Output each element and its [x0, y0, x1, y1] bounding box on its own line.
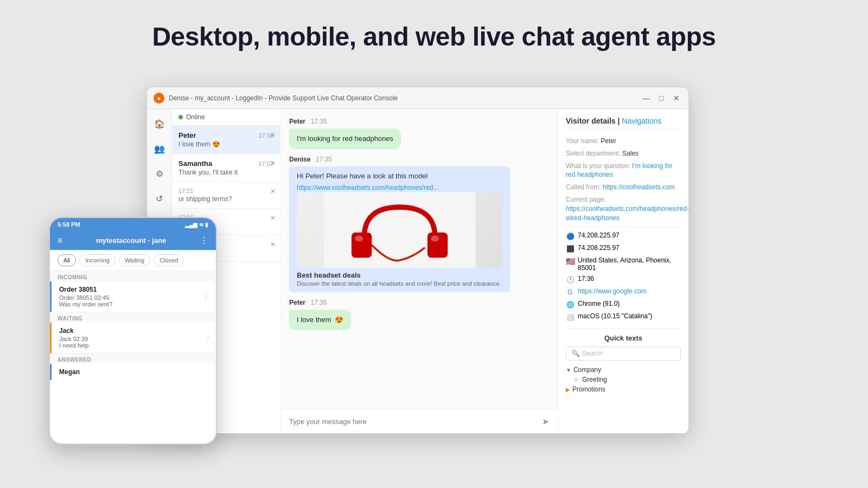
- phone-tab-incoming[interactable]: Incoming: [79, 254, 116, 266]
- chat-preview-3: ur shipping terms?: [178, 195, 273, 203]
- phone-app-title: mytestaccount - jane: [96, 236, 166, 245]
- window-body: 🏠 👥 ⚙ ↺ ℹ Online Peter 17:36 I love them…: [147, 109, 688, 433]
- phone-chat-jack[interactable]: Jack Jack 02:39 I need help ›: [50, 323, 216, 354]
- detail-current-page: Current page: https://coolheadsets.com/h…: [566, 195, 681, 222]
- status-label: Online: [186, 113, 205, 121]
- phone-chat-megan[interactable]: Megan: [50, 364, 216, 380]
- message-bubble-love: I love them 😍: [289, 310, 351, 330]
- svg-point-3: [355, 235, 363, 241]
- phone-waiting-label: WAITING: [50, 312, 216, 323]
- sidebar-refresh-icon[interactable]: ↺: [151, 190, 168, 207]
- card-url[interactable]: https://www.coolheadsets.com/headphones/…: [297, 184, 439, 191]
- sidebar-settings-icon[interactable]: ⚙: [151, 165, 168, 182]
- send-button[interactable]: ➤: [542, 416, 549, 427]
- visitor-panel: Visitor details | Navigations Your name:…: [558, 109, 688, 433]
- chat-preview-samantha: Thank you, I'll take it: [178, 169, 273, 176]
- chat-item-peter[interactable]: Peter 17:36 I love them 😍 ✕: [172, 126, 280, 154]
- message-sender-denise: Denise 17:35: [289, 156, 549, 163]
- message-group-3: Peter 17:36 I love them 😍: [289, 299, 549, 330]
- detail-location: 🇺🇸 United States, Arizona, Phoenix, 8500…: [566, 256, 681, 272]
- tree-arrow-promotions: ▶: [566, 387, 570, 393]
- mobile-phone: 5:58 PM ▂▄▆ ≋ ▮ ≡ mytestaccount - jane ⋮…: [49, 217, 217, 445]
- browser-icon: 🌐: [566, 300, 575, 309]
- online-indicator: [178, 115, 183, 119]
- flag-icon: 🇺🇸: [566, 257, 575, 266]
- love-emoji: 😍: [335, 315, 343, 325]
- card-desc: Discover the latest deals on all headset…: [297, 280, 502, 287]
- chat-name-samantha: Samantha: [178, 159, 212, 168]
- tree-label-greeting: Greeting: [582, 376, 607, 383]
- detail-dept: Select department: Sales: [566, 149, 681, 158]
- phone-tab-all[interactable]: All: [58, 254, 76, 266]
- window-titlebar: ● Denise - my_account - LoggedIn - Provi…: [147, 87, 688, 109]
- detail-browser: 🌐 Chrome (91.0): [566, 300, 681, 309]
- phone-jack-preview: I need help: [59, 342, 208, 349]
- chat-item-samantha[interactable]: Samantha 17:02 Thank you, I'll take it ✕: [172, 154, 280, 182]
- navigations-link[interactable]: Navigations: [622, 117, 661, 125]
- tree-label-promotions: Promotions: [572, 386, 605, 393]
- phone-more-icon[interactable]: ⋮: [200, 235, 208, 246]
- phone-incoming-label: INCOMING: [50, 271, 216, 281]
- chat-time-3: 17:21: [178, 188, 194, 194]
- ip-icon: 🔵: [566, 232, 575, 241]
- chat-input[interactable]: [289, 418, 538, 426]
- ip2-icon: ⬛: [566, 245, 575, 253]
- sender-name-peter1: Peter: [289, 118, 305, 125]
- tree-item-company[interactable]: ▼ Company: [566, 365, 681, 375]
- chat-messages: Peter 17:35 I'm looking for red headphon…: [280, 109, 558, 409]
- phone-tab-waiting[interactable]: Waiting: [119, 254, 150, 266]
- detail-your-name: Your name: Peter: [566, 137, 681, 146]
- headphones-image: [297, 192, 502, 268]
- message-group-1: Peter 17:35 I'm looking for red headphon…: [289, 118, 549, 149]
- detail-question: What is your question: I'm looking for r…: [566, 162, 681, 180]
- phone-chat-order[interactable]: Order 38051 Order 38051 02:45 Was my ord…: [50, 281, 216, 312]
- phone-header: ≡ mytestaccount - jane ⋮: [50, 231, 216, 250]
- message-sender-1: Peter 17:35: [289, 118, 549, 125]
- tree-label-company: Company: [573, 366, 601, 374]
- chat-preview-peter: I love them 😍: [178, 140, 273, 148]
- close-button[interactable]: ✕: [671, 93, 682, 104]
- phone-menu-icon[interactable]: ≡: [58, 236, 62, 246]
- chat-item-3[interactable]: 17:21 ur shipping terms? ✕: [172, 182, 280, 209]
- sidebar-home-icon[interactable]: 🏠: [151, 115, 168, 132]
- sender-name-peter2: Peter: [289, 299, 305, 306]
- detail-ip1: 🔵 74.208.225.97: [566, 232, 681, 241]
- quick-search-input[interactable]: 🔍 Search: [566, 346, 681, 361]
- tree-item-greeting[interactable]: Greeting: [566, 375, 681, 384]
- wifi-icon: ≋: [199, 222, 203, 228]
- os-icon: ⬜: [566, 313, 575, 322]
- agent-message-text: Hi Peter! Please have a look at this mod…: [297, 172, 502, 180]
- message-time-peter2: 17:36: [310, 299, 327, 306]
- phone-signal: ▂▄▆ ≋ ▮: [185, 222, 208, 228]
- chat-main: Peter 17:35 I'm looking for red headphon…: [280, 109, 558, 433]
- phone-jack-name: Jack: [59, 327, 208, 335]
- phone-order-menu[interactable]: ⋮: [202, 292, 209, 301]
- phone-megan-name: Megan: [59, 368, 208, 376]
- detail-called-from: Called from: https://coolheadsets.com: [566, 183, 681, 192]
- tree-item-promotions[interactable]: ▶ Promotions: [566, 384, 681, 394]
- tree-arrow-company: ▼: [566, 367, 571, 373]
- close-chat-5[interactable]: ✕: [270, 241, 276, 248]
- chat-input-area: ➤: [280, 409, 558, 433]
- search-icon: 🔍: [572, 350, 580, 357]
- close-chat-samantha[interactable]: ✕: [270, 159, 276, 167]
- minimize-button[interactable]: —: [641, 93, 652, 104]
- battery-icon: ▮: [205, 222, 208, 228]
- svg-rect-0: [324, 192, 476, 268]
- phone-tabs: All Incoming Waiting Closed: [50, 250, 216, 271]
- maximize-button[interactable]: □: [656, 93, 667, 104]
- sidebar-chats-icon[interactable]: 👥: [151, 140, 168, 157]
- close-chat-peter[interactable]: ✕: [270, 131, 276, 139]
- phone-order-name: Order 38051: [59, 286, 208, 293]
- card-title: Best headset deals: [297, 271, 502, 279]
- signal-icon: ▂▄▆: [185, 222, 197, 228]
- clock-icon: 🕐: [566, 275, 575, 284]
- love-text: I love them: [297, 315, 331, 325]
- message-time-peter1: 17:35: [310, 118, 327, 125]
- agent-card-message: Hi Peter! Please have a look at this mod…: [289, 166, 510, 292]
- close-chat-4[interactable]: ✕: [270, 214, 276, 222]
- phone-tab-closed[interactable]: Closed: [154, 254, 184, 266]
- close-chat-3[interactable]: ✕: [270, 188, 276, 195]
- window-controls[interactable]: — □ ✕: [641, 93, 682, 104]
- phone-order-preview: Was my order sent?: [59, 301, 208, 307]
